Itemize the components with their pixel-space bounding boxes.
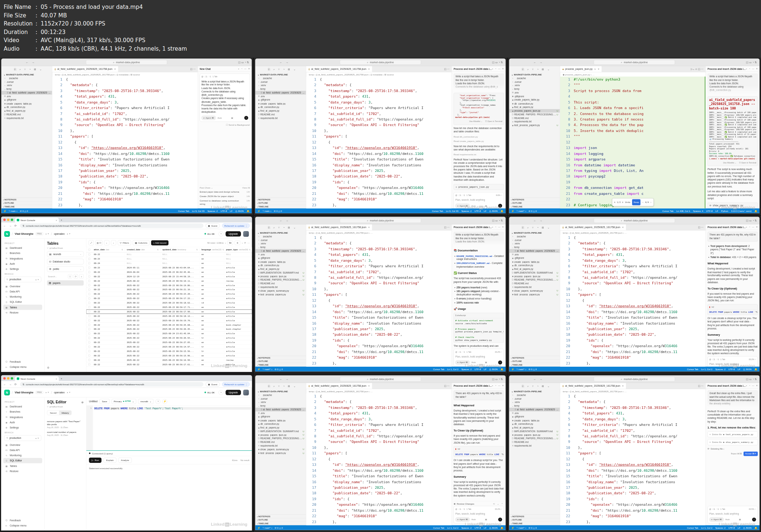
table-row[interactable]: 08-222024-06-042025-08-23 06:02:45.46...… bbox=[86, 270, 252, 275]
file-tree-item[interactable]: ◆test_process_papers.pyU bbox=[255, 451, 306, 455]
sidebar-section-timeline[interactable]: › TIMELINE bbox=[509, 522, 560, 525]
keep-button[interactable]: Keep bbox=[632, 199, 641, 206]
close-icon[interactable]: ✕ bbox=[368, 384, 370, 387]
file-tree-item[interactable]: ⓘREADME.md bbox=[509, 116, 560, 120]
editor-tab[interactable]: {}ai_field_subfield_papers_20250825_1617… bbox=[560, 224, 626, 230]
editor-action-icons[interactable]: ◫ ⋯ bbox=[190, 66, 197, 72]
chat-header-icons[interactable]: +◔—✕ bbox=[492, 68, 504, 70]
file-tree-item[interactable]: ⚙.env bbox=[509, 91, 560, 95]
minimize-icon[interactable]: — bbox=[498, 384, 500, 387]
branch-count[interactable]: ⑂1 bbox=[463, 508, 465, 511]
file-tree-item[interactable]: ◆show_papers_summary.pyU bbox=[255, 447, 306, 451]
file-tree-item[interactable]: ⓘIMPLEMENTATION_SUMMARY.mdU bbox=[509, 271, 560, 275]
file-tree-item[interactable]: ◆.gitignore bbox=[509, 415, 560, 419]
debug-icon[interactable]: ◔ bbox=[283, 384, 285, 387]
relaunch-to-update-button[interactable]: Relaunch to update ⋮ bbox=[222, 382, 250, 386]
tab-chip[interactable]: 1 Tab bbox=[466, 194, 471, 197]
traffic-light-buttons[interactable] bbox=[3, 218, 13, 221]
status-item[interactable]: Cursor Tab bbox=[687, 368, 698, 370]
problems-indicator[interactable]: ⊘ 0 △ 0 bbox=[529, 368, 537, 370]
checkbox[interactable] bbox=[88, 262, 90, 264]
table-row[interactable]: 08-222025-08-222025-08-23 08:56:18.62...… bbox=[86, 301, 252, 305]
status-item[interactable]: Ln 408, Col 1 bbox=[676, 210, 690, 212]
file-tree-item[interactable]: ›.venv bbox=[255, 400, 306, 404]
file-tree-item[interactable]: ⚙.env bbox=[255, 253, 306, 257]
remote-icon[interactable]: ⚡ bbox=[258, 209, 261, 212]
chat-prompt-line[interactable]: Creates papers table if necessary using … bbox=[201, 97, 248, 104]
checkbox[interactable] bbox=[88, 324, 90, 326]
add-record-button[interactable]: + Add record bbox=[151, 240, 169, 245]
history-icon[interactable]: ◔ bbox=[495, 68, 496, 70]
model-auto-label[interactable]: Auto bbox=[472, 361, 476, 364]
chat-input-card[interactable]: @□1⑂11 TabWrite a script that takes a JS… bbox=[200, 74, 250, 122]
status-item[interactable]: Spaces: 2 bbox=[715, 368, 726, 370]
explorer-root-label[interactable]: ⌄ MARKET-DATA-PIPELINE bbox=[509, 389, 560, 393]
delete-file-chip[interactable]: ×Delete file◆ show_papers_summary.py bbox=[707, 439, 758, 445]
sidebar-item-collapse-menu[interactable]: ⇤Collapse menu bbox=[3, 365, 42, 370]
close-icon[interactable]: ✕ bbox=[114, 68, 116, 70]
neon-logo[interactable]: N bbox=[4, 389, 10, 395]
remote-icon[interactable]: ⚡ bbox=[512, 209, 514, 212]
branch-count[interactable]: ⑂1 bbox=[463, 350, 465, 354]
editor-tab[interactable]: {}ai_field_subfield_papers_20250825_1617… bbox=[560, 383, 626, 389]
sidebar-item-branches[interactable]: ⑂Branches bbox=[3, 251, 42, 256]
file-tree-item[interactable]: ›temp bbox=[509, 87, 560, 91]
sort-icon[interactable]: ⇅ bbox=[249, 249, 251, 251]
avatar[interactable] bbox=[243, 389, 249, 395]
file-tree-item[interactable]: ≡requirements.txt bbox=[509, 120, 560, 123]
branch-selector[interactable]: ⑂production▲ ▼ bbox=[4, 277, 41, 282]
sidebar-section-outline[interactable]: › OUTLINE bbox=[255, 201, 306, 205]
file-tree-item[interactable]: ◆.gitignore bbox=[1, 98, 52, 102]
status-item[interactable]: LF bbox=[484, 526, 486, 529]
files-icon[interactable]: ⎘ bbox=[268, 384, 270, 387]
columns-button[interactable]: ▦Columns bbox=[133, 240, 149, 245]
chat-header-icons[interactable]: +◔—✕ bbox=[492, 226, 504, 228]
file-tree-item[interactable]: ⓘREADME_PAPERS_PROCESSING.mdU bbox=[509, 278, 560, 282]
avatar[interactable] bbox=[243, 231, 249, 237]
git-branch-indicator[interactable]: ⑂ main ⟳ bbox=[262, 210, 271, 212]
zoom-window-button[interactable] bbox=[11, 218, 13, 221]
close-window-button[interactable] bbox=[3, 218, 6, 221]
row-checkbox[interactable] bbox=[86, 280, 92, 282]
chevron-down-icon[interactable]: ⌄ bbox=[293, 384, 296, 387]
past-chat-item[interactable]: Extract paper data and design schema13h bbox=[200, 190, 250, 194]
view-toggle-icons[interactable]: ▥ ⛁ bbox=[95, 240, 102, 245]
explain-button[interactable]: Explain bbox=[103, 457, 116, 462]
file-tree-item[interactable]: ⌄temp bbox=[509, 404, 560, 408]
past-chat-item[interactable]: Connect to database using connection str… bbox=[200, 199, 250, 206]
files-icon[interactable]: ⎘ bbox=[268, 226, 270, 229]
chat-input-placeholder[interactable]: Plan, search, build anything bbox=[455, 512, 502, 515]
table-row[interactable]: 08-222025-08-222025-08-23 08:56:25.68...… bbox=[86, 323, 252, 327]
attach-icon[interactable]: @ bbox=[455, 508, 457, 511]
status-item[interactable]: Ln 1, Col 2 bbox=[447, 526, 458, 529]
image-count[interactable]: □1 bbox=[205, 75, 207, 79]
attach-icon[interactable]: @ bbox=[455, 194, 457, 197]
history-icon[interactable]: ◔ bbox=[495, 384, 496, 387]
compute-select[interactable]: PrimaryACTIVE ⌄ bbox=[112, 399, 136, 404]
file-tree-item[interactable]: ⓘREADME_PAPERS_PROCESSING.mdU bbox=[255, 278, 306, 282]
system-status-badge[interactable]: ALL OK bbox=[203, 232, 216, 236]
file-tree-item[interactable]: ◆find_ai_papers.py bbox=[509, 105, 560, 109]
sidebar-section-outline[interactable]: › OUTLINE bbox=[255, 360, 306, 363]
new-chat-icon[interactable]: + bbox=[746, 384, 747, 387]
file-tree-item[interactable]: ⚙.env bbox=[255, 95, 306, 98]
extensions-icon[interactable]: ⊞ bbox=[288, 68, 290, 71]
sidebar-section-notepads[interactable]: › NOTEPADS bbox=[255, 198, 306, 201]
frame-cell-4[interactable]: NNeon Console×+← → ⟳⇅console.neon.tech/a… bbox=[0, 216, 253, 373]
filter-icon[interactable]: ▽ bbox=[68, 274, 72, 279]
table-row[interactable]: 08-24NULLNULLenNULL bbox=[86, 261, 252, 266]
sidebar-section-outline[interactable]: › OUTLINE bbox=[509, 360, 560, 363]
relaunch-to-update-button[interactable]: Relaunch to update ⋮ bbox=[222, 224, 250, 228]
sidebar-section-outline[interactable]: › OUTLINE bbox=[255, 518, 306, 522]
problems-indicator[interactable]: ⊘ 0 △ 0 bbox=[529, 210, 537, 212]
usage-clock-icon[interactable]: ◔ bbox=[218, 390, 223, 395]
minimize-icon[interactable]: — bbox=[498, 68, 500, 70]
git-branch-indicator[interactable]: ⑂ main* ⟳ bbox=[262, 368, 272, 370]
refresh-icon[interactable]: ⟳ bbox=[244, 242, 246, 244]
breadcrumb[interactable]: ◆ process_papers_json.py › … bbox=[560, 72, 705, 77]
activity-icons[interactable]: ⎘⌕⑂◔⊞⌄ bbox=[255, 66, 306, 73]
file-tree-item[interactable]: ◆find_ai_papers.py bbox=[1, 109, 52, 113]
tab-chip[interactable]: 1 Tab bbox=[213, 75, 217, 79]
file-tree-item[interactable]: ◆create_papers_table.py bbox=[255, 260, 306, 264]
agent-mode-chip[interactable]: ∞Agent ⌘I bbox=[201, 116, 216, 120]
